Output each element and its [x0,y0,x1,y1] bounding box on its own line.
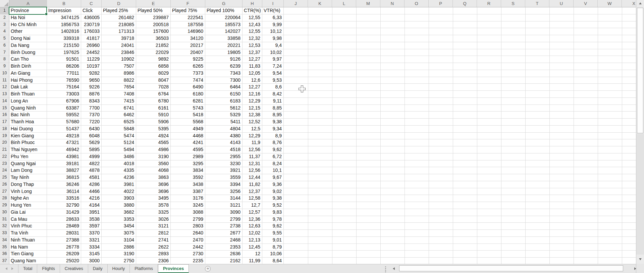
cell[interactable]: 24452 [81,49,102,56]
cell[interactable]: 3981 [102,181,136,188]
cell[interactable]: 12,43 [243,21,262,28]
cell[interactable]: 7,24 [262,63,284,70]
column-header-W[interactable]: W [598,0,622,7]
cell[interactable]: 2955 [205,153,243,160]
cell[interactable]: Thanh Hoa [9,119,47,125]
cell[interactable]: 6780 [136,98,171,105]
cell[interactable]: Dak Lak [9,84,47,90]
cell[interactable]: 3321 [81,237,102,244]
cell[interactable]: 8343 [81,98,102,105]
v-scroll-track[interactable] [636,134,644,255]
worksheet-grid[interactable]: ABCDEFGHIJKLMNOPQRSTUVWX 1ProvinceImpres… [0,0,636,264]
cell[interactable]: 5848 [102,126,136,132]
cell[interactable]: 7373 [171,70,205,77]
cell[interactable]: 6464 [205,84,243,90]
row-number[interactable]: 27 [0,188,9,195]
cell[interactable]: 31429 [47,209,81,216]
cell[interactable]: 36815 [47,174,81,181]
cell[interactable]: 9,01 [262,237,284,244]
row-number[interactable]: 24 [0,167,9,174]
cell[interactable]: 220064 [205,14,243,21]
cell[interactable]: 10,12 [262,28,284,35]
cell[interactable]: Thai Nguyen [9,146,47,153]
column-header-B[interactable]: B [47,0,81,7]
row-number[interactable]: 11 [0,77,9,84]
cell[interactable]: Quang Ngai [9,160,47,167]
cell[interactable]: Tra Vinh [9,230,47,236]
cell[interactable]: 20217 [171,42,205,49]
cell[interactable]: 23846 [102,49,136,56]
cell[interactable]: 3538 [81,216,102,223]
cell[interactable]: 4822 [81,160,102,167]
cell[interactable]: 76590 [47,77,81,84]
cell[interactable]: 7220 [81,119,102,125]
cell[interactable]: An Giang [9,70,47,77]
cell[interactable]: 171313 [102,28,136,35]
cell[interactable]: 12,52 [243,119,262,125]
row-number[interactable]: 35 [0,244,9,251]
cell[interactable]: 2750 [102,258,136,264]
cell[interactable]: 9,11 [262,98,284,105]
h-scroll-thumb[interactable] [399,265,623,271]
row-number[interactable]: 28 [0,195,9,202]
cell[interactable]: 86206 [47,63,81,70]
row-number[interactable]: 20 [0,139,9,146]
cell[interactable]: 2738 [205,223,243,229]
cell[interactable]: 9,62 [262,146,284,153]
row-number[interactable]: 26 [0,181,9,188]
cell[interactable]: Hung Yen [9,202,47,209]
cell[interactable]: 12,31 [243,160,262,167]
cell[interactable]: Can Tho [9,56,47,63]
cell[interactable]: 4380 [205,133,243,139]
cell[interactable]: 7474 [171,77,205,84]
cell[interactable]: 5895 [81,146,102,153]
tab-provinces[interactable]: Provinces [158,264,189,273]
cell[interactable]: 4468 [171,133,205,139]
cell[interactable]: 230719 [81,21,102,28]
cell[interactable]: Kien Giang [9,133,47,139]
cell[interactable]: 9,38 [262,195,284,202]
column-header-P[interactable]: P [429,0,453,7]
cell[interactable]: 3000 [81,258,102,264]
column-header-D[interactable]: D [102,0,136,7]
cell[interactable]: 39718 [102,35,136,42]
cell[interactable]: 3230 [205,160,243,167]
cell[interactable]: 51437 [47,126,81,132]
cell[interactable]: Binh Dinh [9,63,47,70]
cell[interactable]: 12,45 [243,244,262,251]
cell[interactable]: 3026 [136,216,171,223]
cell[interactable]: Dong Nai [9,35,47,42]
cell[interactable]: 3951 [81,209,102,216]
v-scroll-thumb[interactable] [637,8,643,133]
cell[interactable]: 8822 [102,77,136,84]
cell[interactable]: 3190 [102,251,136,257]
cell[interactable]: 8,79 [262,244,284,251]
cell[interactable]: 6858 [136,63,171,70]
splitter-dots-icon[interactable] [385,266,386,267]
cell[interactable]: 9126 [205,56,243,63]
row-number[interactable]: 8 [0,56,9,63]
cell[interactable]: 10,1 [262,167,284,174]
cell[interactable]: 5629 [81,139,102,146]
cell[interactable]: 3834 [171,167,205,174]
cell[interactable]: 73003 [47,91,81,97]
cell[interactable]: 38827 [47,167,81,174]
cell[interactable]: Played 100% [205,7,243,14]
cell[interactable]: 6741 [102,105,136,112]
cell[interactable]: 261482 [102,14,136,21]
cell[interactable]: 26778 [47,244,81,251]
cell[interactable]: 32790 [47,202,81,209]
cell[interactable]: 3088 [171,209,205,216]
scroll-up-arrow-button[interactable] [636,0,644,7]
cell[interactable]: 5395 [136,126,171,132]
cell[interactable]: 6183 [205,98,243,105]
cell[interactable]: 2470 [171,237,205,244]
row-number[interactable]: 14 [0,98,9,105]
cell[interactable]: 12,55 [243,14,262,21]
cell[interactable]: 9,97 [262,56,284,63]
column-header-F[interactable]: F [171,0,205,7]
row-number[interactable]: 36 [0,251,9,257]
cell[interactable]: 12,32 [243,35,262,42]
cell[interactable]: 2677 [205,230,243,236]
cell[interactable]: 8986 [102,70,136,77]
